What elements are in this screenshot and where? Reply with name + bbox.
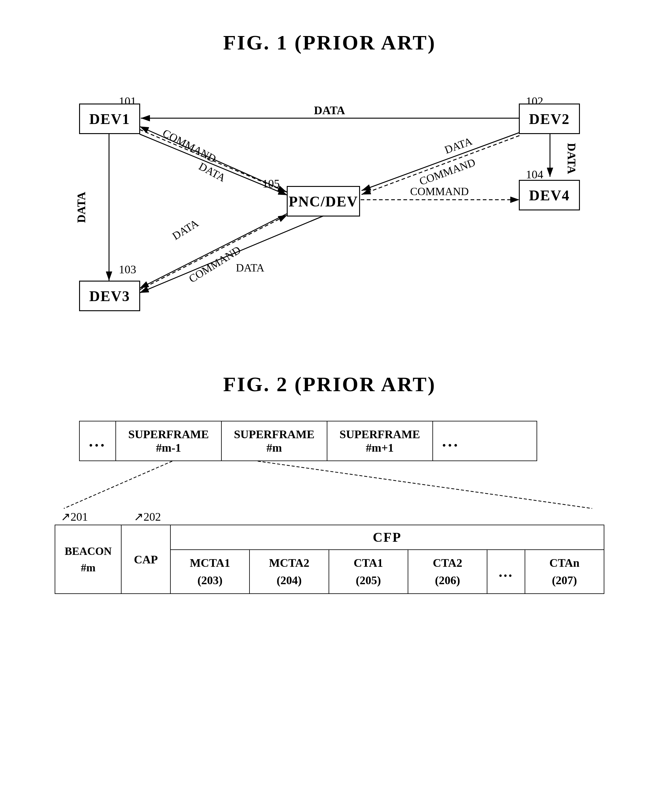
svg-text:COMMAND: COMMAND	[410, 185, 469, 197]
cta2-cell: CTA2(206)	[408, 550, 487, 594]
ref-202-label: ↗202	[134, 510, 161, 523]
fig1-diagram: 101 102 103 104 105 DEV1 DEV2 DEV3 DEV4 …	[55, 73, 604, 348]
svg-line-24	[140, 216, 323, 293]
beacon-cell: BEACON #m	[55, 525, 121, 594]
cfp-header: CFP	[170, 525, 604, 550]
fig2-superframe-section: ... SUPERFRAME #m-1 SUPERFRAME #m SUPERF…	[55, 421, 604, 594]
superframe-row: ... SUPERFRAME #m-1 SUPERFRAME #m SUPERF…	[79, 421, 537, 461]
page: FIG. 1 (PRIOR ART) 101 102 103 104 105 D…	[0, 0, 659, 812]
diagram-svg: DATA DATA DATA COMMAND DATA DATA COMMAND	[55, 73, 604, 348]
ctan-cell: CTAn(207)	[525, 550, 604, 594]
svg-line-14	[361, 132, 519, 191]
svg-line-13	[140, 126, 287, 192]
cta1-cell: CTA1(205)	[329, 550, 408, 594]
svg-text:DATA: DATA	[75, 191, 88, 223]
svg-text:DATA: DATA	[565, 143, 578, 174]
svg-line-11	[140, 134, 287, 195]
mcta1-cell: MCTA1(203)	[170, 550, 249, 594]
svg-text:DATA: DATA	[236, 262, 264, 274]
superframe-m: SUPERFRAME #m	[222, 421, 327, 460]
cfp-header-row: BEACON #m CAP CFP	[55, 525, 604, 550]
svg-text:DATA: DATA	[170, 217, 201, 242]
fig1-title: FIG. 1 (PRIOR ART)	[37, 30, 622, 55]
dots-right: ...	[433, 421, 469, 460]
svg-text:COMMAND: COMMAND	[418, 156, 477, 188]
dots-left: ...	[80, 421, 116, 460]
superframe-m-plus-1: SUPERFRAME #m+1	[327, 421, 433, 460]
detail-table: BEACON #m CAP CFP MCTA1(203) MCTA2(204) …	[55, 525, 604, 594]
mcta2-cell: MCTA2(204)	[249, 550, 329, 594]
dots-cfp: ...	[487, 550, 525, 594]
svg-text:DATA: DATA	[314, 104, 345, 117]
fig2-title: FIG. 2 (PRIOR ART)	[37, 372, 622, 396]
expand-lines	[55, 461, 604, 510]
svg-line-26	[64, 461, 172, 508]
detail-refs: ↗201 ↗202	[55, 510, 604, 523]
svg-text:DATA: DATA	[443, 135, 474, 156]
ref-201-label: ↗201	[61, 510, 88, 523]
svg-line-22	[140, 215, 287, 290]
cap-cell: CAP	[121, 525, 170, 594]
superframe-m-minus-1: SUPERFRAME #m-1	[116, 421, 222, 460]
svg-line-20	[140, 213, 287, 288]
expand-svg	[55, 461, 604, 510]
svg-line-27	[258, 461, 592, 508]
